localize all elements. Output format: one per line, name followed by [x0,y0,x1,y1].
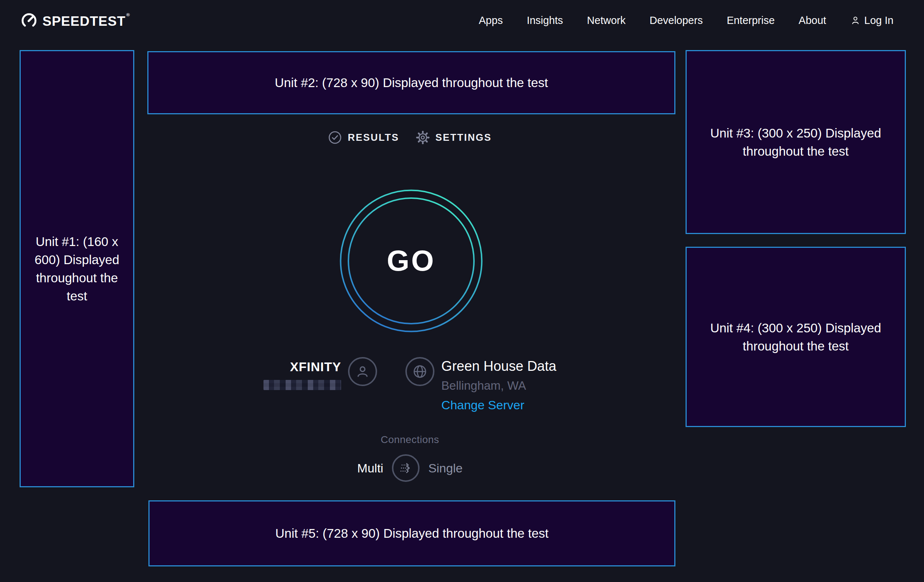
gauge-icon [21,12,37,29]
nav-item-insights[interactable]: Insights [526,15,563,26]
ad-unit-2[interactable]: Unit #2: (728 x 90) Displayed throughout… [147,51,675,114]
settings-label: SETTINGS [436,132,492,143]
ad-unit-4-text: Unit #4: (300 x 250) Displayed throughou… [709,319,883,355]
change-server-link[interactable]: Change Server [441,398,556,412]
ad-unit-2-text: Unit #2: (728 x 90) Displayed throughout… [275,74,548,92]
server-globe[interactable] [405,357,434,386]
isp-info: XFINITY [264,357,341,390]
server-info: Green House Data Bellingham, WA Change S… [441,357,556,412]
user-icon [850,15,861,26]
nav-links: Apps Insights Network Developers Enterpr… [479,15,894,26]
results-label: RESULTS [348,132,399,143]
multi-arrows-icon [398,460,414,476]
go-button[interactable]: GO [340,190,483,332]
trademark-symbol: ® [126,12,130,17]
login-label: Log In [864,15,894,26]
go-label: GO [340,190,483,332]
server-location: Bellingham, WA [441,379,556,392]
server-name: Green House Data [441,358,556,374]
nav-item-developers[interactable]: Developers [650,15,703,26]
nav-item-network[interactable]: Network [587,15,625,26]
ad-unit-5-text: Unit #5: (728 x 90) Displayed throughout… [276,524,549,542]
user-icon [354,363,371,380]
check-circle-icon [328,130,342,144]
globe-icon [412,363,428,380]
host-info-row: XFINITY Green House Data Bellingham, WA … [134,357,686,412]
nav-item-enterprise[interactable]: Enterprise [726,15,774,26]
ad-unit-1[interactable]: Unit #1: (160 x 600) Displayed throughou… [20,50,134,487]
isp-avatar[interactable] [348,357,377,386]
gear-icon [416,130,430,144]
tab-results[interactable]: RESULTS [328,130,399,144]
multi-option[interactable]: Multi [357,461,383,475]
ad-unit-3[interactable]: Unit #3: (300 x 250) Displayed throughou… [686,50,906,234]
login-button[interactable]: Log In [850,15,894,26]
ad-unit-3-text: Unit #3: (300 x 250) Displayed throughou… [709,124,883,160]
nav-item-about[interactable]: About [799,15,827,26]
top-nav-bar: SPEEDTEST® Apps Insights Network Develop… [0,0,924,41]
speedtest-logo[interactable]: SPEEDTEST® [21,12,130,29]
connections-label: Connections [134,434,686,445]
tabs-row: RESULTS SETTINGS [134,130,686,144]
ad-unit-5[interactable]: Unit #5: (728 x 90) Displayed throughout… [148,500,675,566]
ad-unit-4[interactable]: Unit #4: (300 x 250) Displayed throughou… [686,247,906,427]
connections-toggle-row: Multi Single [357,454,462,482]
single-option[interactable]: Single [428,461,463,475]
redacted-ip-blur [264,380,341,390]
logo-wordmark: SPEEDTEST® [43,12,130,28]
ad-unit-1-text: Unit #1: (160 x 600) Displayed throughou… [31,232,122,305]
isp-name: XFINITY [264,359,341,374]
nav-item-apps[interactable]: Apps [479,15,503,26]
speedtest-page: SPEEDTEST® Apps Insights Network Develop… [0,0,924,582]
tab-settings[interactable]: SETTINGS [416,130,492,144]
connections-section: Connections Multi Single [134,434,686,482]
connection-mode-toggle[interactable] [392,454,419,482]
